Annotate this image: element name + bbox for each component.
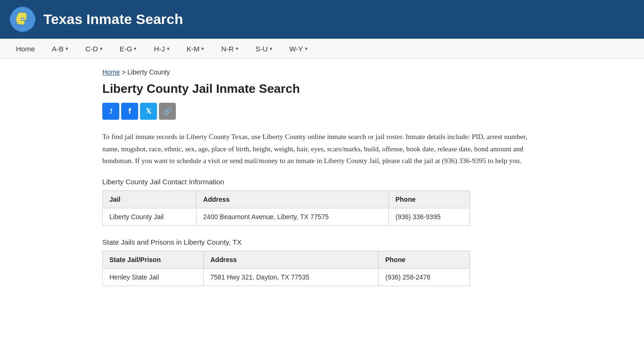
nav-km[interactable]: K-M ▾ [178,39,213,58]
nav-hj[interactable]: H-J ▾ [145,39,178,58]
breadcrumb-home-link[interactable]: Home [102,68,120,76]
main-content: Home > Liberty County Liberty County Jai… [91,59,553,317]
page-title: Liberty County Jail Inmate Search [102,82,542,96]
jail-contact-table: Jail Address Phone Liberty County Jail 2… [102,190,470,226]
nav-wy[interactable]: W-Y ▾ [281,39,316,58]
state-jails-heading: State Jails and Prisons in Liberty Count… [102,238,542,246]
nav-su[interactable]: S-U ▾ [247,39,281,58]
nav-ab-arrow: ▾ [66,46,68,52]
breadcrumb-separator: > [122,68,127,76]
site-title: Texas Inmate Search [43,11,183,27]
state-table-header-row: State Jail/Prison Address Phone [103,251,470,268]
breadcrumb-current: Liberty County [127,68,170,76]
nav-ab[interactable]: A-B ▾ [43,39,77,58]
page-description: To find jail inmate records in Liberty C… [102,131,542,167]
nav-hj-arrow: ▾ [167,46,170,52]
jail-address-cell: 2400 Beaumont Avenue, Liberty, TX 77575 [197,208,389,225]
nav-su-arrow: ▾ [270,46,272,52]
table-row: Henley State Jail 7581 Hwy 321, Dayton, … [103,268,470,286]
nav-nr-arrow: ▾ [236,46,239,52]
nav-wy-arrow: ▾ [305,46,308,52]
table-row: Liberty County Jail 2400 Beaumont Avenue… [103,208,470,225]
jail-phone-cell: (936) 336-9395 [388,208,470,225]
social-share-bar: ⤴ f 𝕏 🔗 [102,103,542,120]
breadcrumb: Home > Liberty County [102,68,542,76]
state-jail-name-cell: Henley State Jail [103,268,204,286]
state-phone-col-header: Phone [379,251,470,268]
state-jail-phone-cell: (936) 258-2476 [379,268,470,286]
state-jail-col-header: State Jail/Prison [103,251,204,268]
nav-home[interactable]: Home [8,39,43,58]
copy-link-button[interactable]: 🔗 [159,103,176,120]
state-jail-address-cell: 7581 Hwy 321, Dayton, TX 77535 [204,268,379,286]
site-logo [9,6,36,33]
site-header: Texas Inmate Search [0,0,644,39]
nav-km-arrow: ▾ [201,46,204,52]
nav-nr[interactable]: N-R ▾ [213,39,247,58]
table-header-row: Jail Address Phone [103,190,470,208]
main-nav: Home A-B ▾ C-D ▾ E-G ▾ H-J ▾ K-M ▾ N-R ▾… [0,39,644,59]
facebook-button[interactable]: f [121,103,138,120]
address-col-header: Address [197,190,389,208]
state-jails-table: State Jail/Prison Address Phone Henley S… [102,251,470,286]
jail-contact-heading: Liberty County Jail Contact Information [102,178,542,186]
nav-cd[interactable]: C-D ▾ [77,39,111,58]
jail-name-cell: Liberty County Jail [103,208,197,225]
jail-col-header: Jail [103,190,197,208]
twitter-button[interactable]: 𝕏 [140,103,157,120]
nav-cd-arrow: ▾ [100,46,103,52]
phone-col-header: Phone [388,190,470,208]
nav-eg[interactable]: E-G ▾ [111,39,146,58]
share-button[interactable]: ⤴ [102,103,119,120]
state-address-col-header: Address [204,251,379,268]
nav-eg-arrow: ▾ [134,46,137,52]
